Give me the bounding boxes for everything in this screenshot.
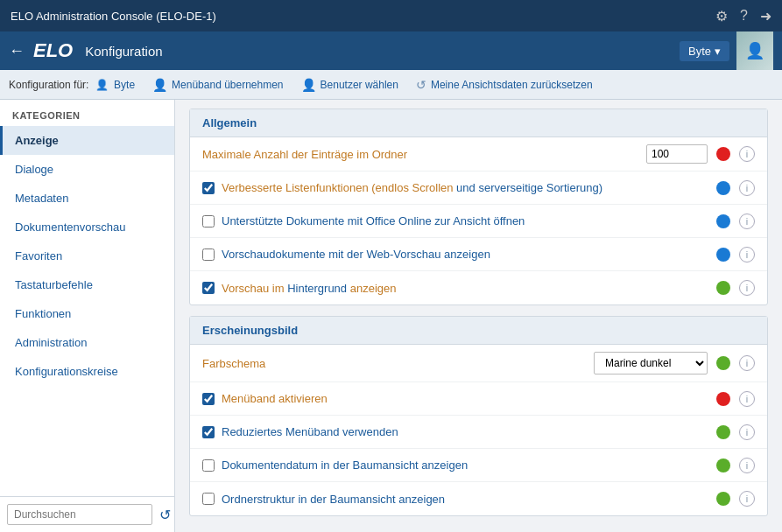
ansichtsdaten-label: Meine Ansichtsdaten zurücksetzen [431, 79, 593, 91]
nav-section-title: Konfiguration [85, 44, 162, 59]
office-online-checkbox[interactable] [202, 215, 215, 228]
sub-nav-bar: Konfiguration für: 👤 Byte 👤 Menüband übe… [0, 70, 782, 100]
info-icon-2[interactable]: i [739, 180, 755, 196]
sidebar-item-dialoge[interactable]: Dialoge [0, 155, 174, 184]
logout-icon[interactable]: ➜ [760, 8, 771, 24]
hintergrund-text1: Vorschau im [222, 282, 287, 295]
info-icon-10[interactable]: i [739, 491, 755, 507]
dokumentendatum-controls: i [716, 458, 755, 473]
sidebar-item-funktionen[interactable]: Funktionen [0, 299, 174, 328]
info-icon-7[interactable]: i [739, 391, 755, 407]
office-online-label: Unterstützte Dokumente mit Office Online… [202, 214, 708, 228]
user-icon-2: 👤 [301, 78, 316, 92]
listenfunktionen-checkbox[interactable] [202, 182, 215, 194]
menueband-aktivieren-row: Menüband aktivieren i [190, 382, 767, 416]
info-icon-9[interactable]: i [739, 458, 755, 473]
info-icon[interactable]: i [739, 146, 755, 162]
hintergrund-checkbox[interactable] [202, 282, 215, 294]
sidebar-item-metadaten[interactable]: Metadaten [0, 184, 174, 213]
title-bar-actions: ⚙ ? ➜ [715, 8, 771, 24]
benutzer-waehlen-label: Benutzer wählen [321, 79, 398, 91]
status-dot-green-3 [716, 425, 730, 439]
ordnerstruktur-row: Ordnerstruktur in der Baumansicht anzeig… [190, 482, 767, 515]
allgemein-header: Allgemein [190, 109, 767, 137]
reduziertes-menueband-row: Reduziertes Menüband verwenden i [190, 416, 767, 449]
web-vorschau-text: Vorschaudokumente mit der Web-Vorschau a… [222, 248, 490, 261]
benutzer-waehlen-button[interactable]: 👤 Benutzer wählen [301, 78, 398, 92]
info-icon-6[interactable]: i [739, 355, 755, 371]
status-dot-green-5 [716, 492, 730, 506]
farbschema-text: Farbschema [202, 357, 265, 370]
nav-left: ← ELO Konfiguration [9, 39, 163, 62]
hintergrund-text2: Hintergrund [287, 282, 347, 295]
erscheinungsbild-body: Farbschema Marine dunkel Marine hell Sta… [190, 345, 767, 515]
farbschema-label: Farbschema [202, 357, 585, 370]
sidebar-item-anzeige[interactable]: Anzeige [0, 126, 174, 155]
dokumentendatum-label: Dokumentendatum in der Baumansicht anzei… [202, 458, 708, 472]
erscheinungsbild-header: Erscheinungsbild [190, 317, 767, 345]
back-button[interactable]: ← [9, 42, 25, 60]
menuband-label: Menüband übernehmen [172, 79, 283, 91]
sidebar-item-tastaturbefehle[interactable]: Tastaturbefehle [0, 270, 174, 299]
status-dot-blue [716, 181, 730, 195]
max-eintraege-spinbox[interactable] [646, 144, 708, 164]
reduziertes-menueband-checkbox[interactable] [202, 426, 215, 438]
main-layout: KATEGORIEN Anzeige Dialoge Metadaten Dok… [0, 100, 782, 532]
config-user: Byte [114, 79, 135, 91]
sidebar-item-konfigurationskreise[interactable]: Konfigurationskreise [0, 357, 174, 386]
help-icon[interactable]: ? [740, 8, 748, 24]
settings-icon[interactable]: ⚙ [715, 8, 728, 24]
web-vorschau-label: Vorschaudokumente mit der Web-Vorschau a… [202, 248, 708, 261]
sidebar: KATEGORIEN Anzeige Dialoge Metadaten Dok… [0, 100, 175, 532]
status-dot-red [716, 147, 730, 161]
web-vorschau-checkbox[interactable] [202, 248, 215, 261]
search-reset-button[interactable]: ↺ [156, 505, 174, 525]
office-online-text: Unterstützte Dokumente mit Office Online… [222, 214, 525, 228]
nav-right: Byte ▾ 👤 [680, 32, 773, 70]
status-dot-green-2 [716, 356, 730, 370]
max-eintraege-controls: i [646, 144, 755, 164]
farbschema-dropdown[interactable]: Marine dunkel Marine hell Standard [594, 352, 708, 374]
user-icon: 👤 [152, 78, 167, 92]
sidebar-item-favoriten[interactable]: Favoriten [0, 242, 174, 270]
info-icon-5[interactable]: i [739, 280, 755, 296]
web-vorschau-row: Vorschaudokumente mit der Web-Vorschau a… [190, 238, 767, 271]
hintergrund-vorschau-label: Vorschau im Hintergrund anzeigen [202, 282, 708, 295]
ordnerstruktur-label: Ordnerstruktur in der Baumansicht anzeig… [202, 493, 708, 506]
reduziertes-menueband-text: Reduziertes Menüband verwenden [222, 425, 398, 438]
max-eintraege-row: Maximale Anzahl der Einträge im Ordner i [190, 137, 767, 172]
user-button[interactable]: Byte ▾ [680, 41, 729, 61]
erscheinungsbild-section: Erscheinungsbild Farbschema Marine dunke… [189, 316, 768, 516]
user-name: Byte [688, 45, 711, 58]
menueband-aktivieren-checkbox[interactable] [202, 393, 215, 405]
sidebar-search: ↺ [0, 496, 174, 532]
ordnerstruktur-controls: i [716, 491, 755, 507]
menueband-aktivieren-text: Menüband aktivieren [222, 392, 328, 405]
info-icon-8[interactable]: i [739, 424, 755, 440]
dokumentendatum-checkbox[interactable] [202, 459, 215, 472]
logo: ELO [33, 39, 73, 62]
office-online-controls: i [716, 214, 755, 229]
search-input[interactable] [7, 504, 152, 525]
sidebar-item-administration[interactable]: Administration [0, 328, 174, 357]
reduziertes-menueband-label: Reduziertes Menüband verwenden [202, 425, 708, 438]
allgemein-section: Allgemein Maximale Anzahl der Einträge i… [189, 108, 768, 305]
max-eintraege-text: Maximale Anzahl der Einträge im Ordner [202, 148, 407, 161]
menueband-aktivieren-controls: i [716, 391, 755, 407]
dokumentendatum-text: Dokumentendatum in der Baumansicht anzei… [222, 458, 468, 472]
listenfunktionen-controls: i [716, 180, 755, 196]
listenfunktionen-row: Verbesserte Listenfunktionen (endlos Scr… [190, 172, 767, 205]
sidebar-item-dokumentenvorschau[interactable]: Dokumentenvorschau [0, 213, 174, 242]
ansichtsdaten-zuruecksetzen-button[interactable]: ↺ Meine Ansichtsdaten zurücksetzen [416, 78, 593, 92]
menuband-uebernehmen-button[interactable]: 👤 Menüband übernehmen [152, 78, 283, 92]
config-for-label: Konfiguration für: 👤 Byte [9, 79, 135, 91]
chevron-down-icon: ▾ [715, 45, 721, 58]
info-icon-3[interactable]: i [739, 214, 755, 229]
ordnerstruktur-checkbox[interactable] [202, 493, 215, 505]
status-dot-blue-2 [716, 214, 730, 228]
info-icon-4[interactable]: i [739, 247, 755, 262]
allgemein-body: Maximale Anzahl der Einträge im Ordner i… [190, 137, 767, 304]
nav-bar: ← ELO Konfiguration Byte ▾ 👤 [0, 32, 782, 70]
ordnerstruktur-text: Ordnerstruktur in der Baumansicht anzeig… [222, 493, 445, 506]
hintergrund-text3: anzeigen [347, 282, 396, 295]
